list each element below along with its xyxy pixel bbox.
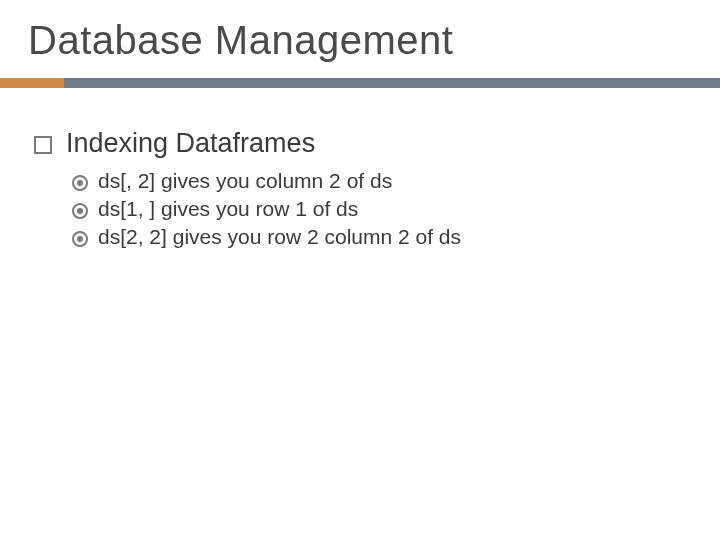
divider bbox=[0, 78, 720, 88]
target-bullet-icon bbox=[72, 231, 88, 247]
list-item-text: ds[2, 2] gives you row 2 column 2 of ds bbox=[98, 225, 461, 249]
accent-bar bbox=[0, 78, 64, 88]
list-item-text: ds[1, ] gives you row 1 of ds bbox=[98, 197, 358, 221]
target-bullet-icon bbox=[72, 175, 88, 191]
sublist: ds[, 2] gives you column 2 of ds ds[1, ]… bbox=[72, 169, 674, 249]
slide-title: Database Management bbox=[28, 18, 453, 63]
list-item: Indexing Dataframes bbox=[34, 128, 674, 159]
slide: Database Management Indexing Dataframes … bbox=[0, 0, 720, 540]
list-item: ds[, 2] gives you column 2 of ds bbox=[72, 169, 674, 193]
divider-bar bbox=[64, 78, 720, 88]
content-area: Indexing Dataframes ds[, 2] gives you co… bbox=[34, 128, 674, 253]
target-bullet-icon bbox=[72, 203, 88, 219]
list-item: ds[2, 2] gives you row 2 column 2 of ds bbox=[72, 225, 674, 249]
list-item-text: ds[, 2] gives you column 2 of ds bbox=[98, 169, 392, 193]
square-bullet-icon bbox=[34, 136, 52, 154]
list-item: ds[1, ] gives you row 1 of ds bbox=[72, 197, 674, 221]
section-heading: Indexing Dataframes bbox=[66, 128, 315, 159]
